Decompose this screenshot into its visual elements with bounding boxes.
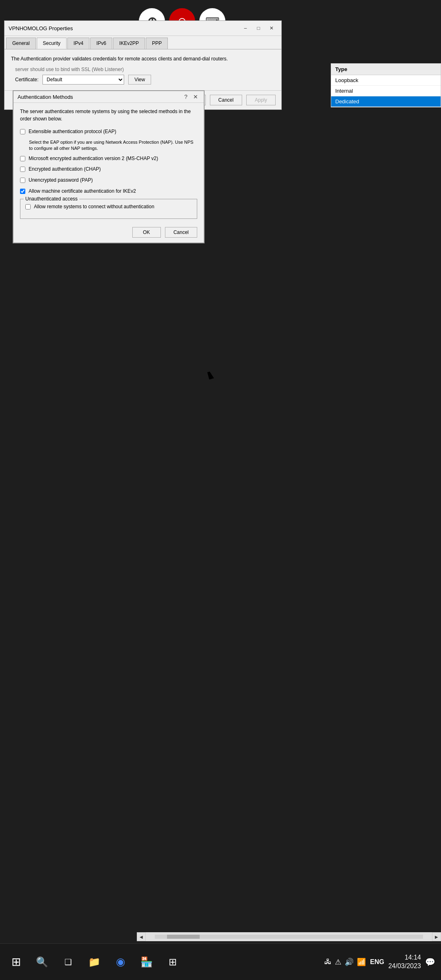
unauth-label: Allow remote systems to connect without … [34, 203, 154, 210]
alert-icon: ⚠ [335, 958, 341, 967]
scrollbar-track [155, 935, 423, 939]
taskview-button[interactable]: ❑ [58, 952, 78, 972]
close-button[interactable]: ✕ [266, 24, 277, 32]
pap-checkbox-row: Unencrypted password (PAP) [20, 177, 197, 184]
minimize-button[interactable]: – [240, 24, 251, 32]
properties-window: VPNHOMOLOG Properties – □ ✕ General Secu… [4, 20, 282, 110]
taskbar-date-value: 24/03/2023 [388, 962, 421, 971]
type-panel: Type Loopback Internal Dedicated [331, 63, 441, 107]
language-indicator[interactable]: ENG [370, 958, 384, 966]
apps-taskbar-button[interactable]: ⊞ [163, 952, 183, 972]
cert-label: Certificate: [15, 77, 38, 82]
tab-ikev2pp[interactable]: IKEv2PP [113, 38, 145, 49]
mschapv2-checkbox-row: Microsoft encrypted authentication versi… [20, 155, 197, 162]
auth-dialog-content: The server authenticates remote systems … [13, 103, 204, 243]
main-apply-button[interactable]: Apply [246, 95, 276, 105]
cert-select[interactable]: Default [42, 75, 124, 85]
cert-row: Certificate: Default View [15, 75, 271, 85]
unauth-checkbox[interactable] [25, 204, 31, 209]
chap-checkbox-row: Encrypted authentication (CHAP) [20, 166, 197, 173]
mschapv2-checkbox[interactable] [20, 156, 25, 161]
properties-title: VPNHOMOLOG Properties [9, 25, 73, 31]
eap-sub-text: Select the EAP option if you are using N… [29, 139, 197, 152]
unauthenticated-group: Unauthenticated access Allow remote syst… [20, 199, 197, 219]
scrollbar-thumb[interactable] [167, 935, 200, 939]
taskview-icon: ❑ [65, 957, 72, 967]
tab-ipv4[interactable]: IPv4 [67, 38, 89, 49]
unauth-checkbox-row: Allow remote systems to connect without … [25, 203, 192, 210]
properties-content: The Authentication provider validates cr… [4, 49, 281, 90]
tabs-row: General Security IPv4 IPv6 IKEv2PP PPP [4, 36, 281, 49]
eap-checkbox[interactable] [20, 129, 25, 134]
folder-taskbar-button[interactable]: 📁 [84, 952, 105, 972]
eap-label: Extensible authentication protocol (EAP) [29, 128, 116, 135]
search-taskbar-button[interactable]: 🔍 [32, 952, 52, 972]
properties-titlebar: VPNHOMOLOG Properties – □ ✕ [4, 21, 281, 36]
eap-checkbox-row: Extensible authentication protocol (EAP) [20, 128, 197, 135]
tab-security[interactable]: Security [37, 38, 67, 49]
ikev2-label: Allow machine certificate authentication… [29, 188, 136, 195]
store-taskbar-button[interactable]: 🏪 [136, 952, 157, 972]
auth-dialog-desc: The server authenticates remote systems … [20, 108, 197, 122]
auth-dialog-buttons: OK Cancel [20, 225, 197, 238]
mschapv2-label: Microsoft encrypted authentication versi… [29, 155, 158, 162]
desktop: ⊕ ⊙ ⌨ Type Loopback Internal Dedicated V… [0, 0, 441, 980]
start-button[interactable]: ⊞ [6, 952, 26, 972]
main-cancel-button[interactable]: Cancel [210, 95, 242, 105]
wifi-icon: 📶 [357, 958, 366, 967]
auth-dialog-close-button[interactable]: ✕ [192, 94, 200, 100]
auth-dialog: Authentication Methods ? ✕ The server au… [13, 90, 205, 243]
auth-dialog-controls: ? ✕ [183, 94, 200, 100]
type-row-internal[interactable]: Internal [331, 86, 441, 96]
taskbar-clock[interactable]: 14:14 24/03/2023 [388, 953, 421, 971]
pap-checkbox[interactable] [20, 178, 25, 183]
taskbar-left: ⊞ 🔍 ❑ 📁 ◉ 🏪 ⊞ [6, 952, 183, 972]
type-row-dedicated[interactable]: Dedicated [331, 96, 441, 107]
cert-section: server should use to bind with SSL (Web … [11, 67, 275, 85]
horizontal-scrollbar: ◀ ▶ [137, 932, 441, 941]
taskbar-right: 🖧 ⚠ 🔊 📶 ENG 14:14 24/03/2023 💬 [324, 953, 435, 971]
cert-view-button[interactable]: View [128, 75, 151, 85]
cert-partial-text: server should use to bind with SSL (Web … [15, 67, 271, 72]
unauthenticated-legend: Unauthenticated access [24, 196, 79, 202]
type-panel-header: Type [331, 64, 441, 75]
ikev2-checkbox[interactable] [20, 189, 25, 194]
scroll-right-arrow[interactable]: ▶ [432, 932, 441, 941]
ikev2-checkbox-row: Allow machine certificate authentication… [20, 188, 197, 195]
scroll-left-arrow[interactable]: ◀ [137, 932, 146, 941]
taskbar-time-value: 14:14 [388, 953, 421, 962]
tab-ipv6[interactable]: IPv6 [90, 38, 112, 49]
chap-label: Encrypted authentication (CHAP) [29, 166, 101, 173]
auth-cancel-button[interactable]: Cancel [165, 227, 197, 238]
volume-icon: 🔊 [345, 958, 354, 967]
tab-general[interactable]: General [6, 38, 36, 49]
tab-ppp[interactable]: PPP [146, 38, 168, 49]
system-icons: 🖧 ⚠ 🔊 📶 [324, 958, 366, 967]
taskbar: ⊞ 🔍 ❑ 📁 ◉ 🏪 ⊞ 🖧 ⚠ 🔊 📶 ENG 14:14 24/03/20… [0, 943, 441, 980]
auth-dialog-title: Authentication Methods [18, 94, 73, 100]
mouse-cursor [208, 372, 216, 381]
auth-dialog-titlebar: Authentication Methods ? ✕ [13, 91, 204, 103]
auth-ok-button[interactable]: OK [132, 227, 161, 238]
titlebar-buttons: – □ ✕ [240, 24, 277, 32]
auth-dialog-help-button[interactable]: ? [183, 94, 189, 100]
chrome-taskbar-button[interactable]: ◉ [110, 952, 131, 972]
type-row-loopback[interactable]: Loopback [331, 75, 441, 86]
properties-desc: The Authentication provider validates cr… [11, 55, 275, 62]
notification-button[interactable]: 💬 [425, 957, 435, 967]
pap-label: Unencrypted password (PAP) [29, 177, 93, 184]
chap-checkbox[interactable] [20, 167, 25, 172]
network-icon: 🖧 [324, 958, 332, 966]
maximize-button[interactable]: □ [253, 24, 264, 32]
